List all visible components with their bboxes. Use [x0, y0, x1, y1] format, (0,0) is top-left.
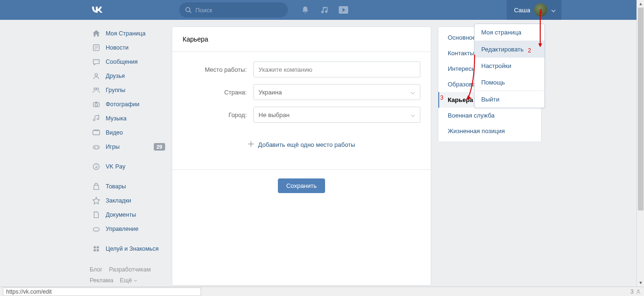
annotation-number-2: 2 [528, 47, 531, 54]
country-value: Украина [259, 89, 282, 96]
nav-manage[interactable]: Управление [90, 222, 165, 236]
scroll-up-icon[interactable]: ▲ [637, 0, 644, 8]
svg-rect-22 [93, 228, 100, 231]
news-icon [92, 43, 101, 52]
page-scrollbar[interactable]: ▲ ▼ [636, 0, 644, 287]
nav-label: Музыка [106, 115, 126, 122]
annotation-number-3: 3 [440, 94, 443, 101]
footer-dev[interactable]: Разработчикам [109, 266, 151, 273]
nav-label: Документы [106, 211, 136, 218]
nav-label: Видео [106, 129, 123, 136]
nav-messages[interactable]: Сообщения [90, 55, 165, 69]
vk-logo[interactable] [90, 4, 104, 16]
svg-point-11 [95, 103, 97, 106]
svg-marker-30 [538, 43, 542, 47]
card-header: Карьера [172, 27, 431, 52]
svg-text:₽: ₽ [95, 165, 98, 169]
nav-label: Друзья [106, 73, 125, 79]
music-icon [92, 114, 101, 123]
nav-music[interactable]: Музыка [90, 111, 165, 126]
messages-icon [92, 57, 101, 67]
browser-status-bar: https://vk.com/edit 3 [0, 287, 644, 296]
annotation-arrow-1 [538, 9, 543, 47]
nav-video[interactable]: Видео [90, 126, 165, 140]
nav-friends[interactable]: Друзья [90, 69, 165, 83]
nav-vkpay[interactable]: ₽VK Pay [90, 160, 165, 174]
dd-help[interactable]: Помощь [475, 74, 544, 91]
nav-label: Новости [106, 44, 128, 51]
footer-blog[interactable]: Блог [90, 266, 102, 273]
nav-label: Управление [106, 226, 139, 232]
sec-military[interactable]: Военная служба [438, 108, 541, 123]
svg-point-0 [186, 8, 190, 12]
dd-edit[interactable]: Редактировать [475, 41, 544, 58]
dd-logout[interactable]: Выйти [475, 91, 544, 108]
annotation-arrow-2 [466, 55, 476, 101]
games-icon [92, 142, 101, 152]
nav-label: VK Pay [106, 163, 125, 170]
bag-icon [92, 182, 101, 191]
sec-life[interactable]: Жизненная позиция [438, 123, 541, 139]
camera-icon [92, 100, 101, 109]
workplace-field[interactable] [259, 66, 415, 73]
scroll-down-icon[interactable]: ▼ [637, 279, 644, 287]
home-icon [92, 29, 101, 38]
country-label: Страна: [183, 89, 253, 96]
app-icon [92, 244, 101, 254]
nav-my-page[interactable]: Моя Страница [90, 26, 165, 41]
footer-more[interactable]: Ещё [120, 277, 137, 284]
svg-rect-14 [94, 130, 99, 131]
nav-label: Моя Страница [106, 30, 145, 37]
bell-icon[interactable] [301, 6, 309, 14]
chevron-down-icon [410, 111, 415, 118]
video-icon [92, 128, 101, 137]
svg-rect-25 [94, 249, 96, 252]
chevron-down-icon [410, 89, 415, 96]
nav-docs[interactable]: Документы [90, 208, 165, 222]
user-dropdown: Моя страница Редактировать Настройки Пом… [474, 24, 545, 108]
tabs-icon [636, 289, 641, 295]
city-label: Город: [183, 111, 253, 118]
music-icon[interactable] [320, 6, 328, 14]
video-icon[interactable] [339, 6, 348, 14]
footer-ads[interactable]: Реклама [90, 277, 113, 284]
nav-label: Закладки [106, 197, 131, 204]
dd-settings[interactable]: Настройки [475, 58, 544, 74]
tab-indicator[interactable]: 3 [630, 288, 641, 295]
user-name: Саша [514, 7, 530, 14]
save-button[interactable]: Сохранить [278, 178, 326, 193]
city-value: Не выбран [259, 111, 290, 118]
nav-market[interactable]: Товары [90, 179, 165, 194]
plus-icon [248, 141, 254, 149]
nav-photos[interactable]: Фотографии [90, 97, 165, 111]
chevron-down-icon [551, 7, 556, 14]
dd-my-page[interactable]: Моя страница [475, 24, 544, 41]
nav-label: Группы [106, 87, 125, 93]
nav-kiss-app[interactable]: Целуй и Знакомься [90, 242, 165, 256]
nav-label: Товары [106, 183, 126, 190]
nav-groups[interactable]: Группы [90, 83, 165, 97]
svg-point-32 [637, 289, 639, 291]
country-select[interactable]: Украина [253, 84, 420, 100]
nav-label: Игры [106, 144, 119, 150]
page-title: Карьера [183, 35, 420, 43]
svg-rect-26 [97, 249, 99, 252]
nav-news[interactable]: Новости [90, 41, 165, 55]
nav-label: Целуй и Знакомься [106, 245, 159, 252]
footer-links: Блог Разработчикам Реклама Ещё [90, 264, 165, 286]
svg-line-1 [190, 11, 192, 13]
scroll-thumb[interactable] [638, 8, 644, 211]
nav-bookmarks[interactable]: Закладки [90, 194, 165, 208]
svg-rect-12 [95, 102, 97, 103]
workplace-input[interactable] [253, 61, 420, 77]
svg-rect-13 [93, 131, 100, 135]
add-workplace-button[interactable]: Добавить ещё одно место работы [183, 129, 420, 160]
search-input[interactable] [195, 7, 282, 14]
search-box[interactable] [179, 2, 288, 17]
user-menu-toggle[interactable]: Саша [507, 0, 561, 20]
svg-point-19 [98, 147, 99, 148]
city-select[interactable]: Не выбран [253, 107, 420, 123]
friends-icon [92, 71, 101, 81]
nav-games[interactable]: Игры29 [90, 140, 165, 154]
svg-rect-23 [94, 246, 96, 249]
